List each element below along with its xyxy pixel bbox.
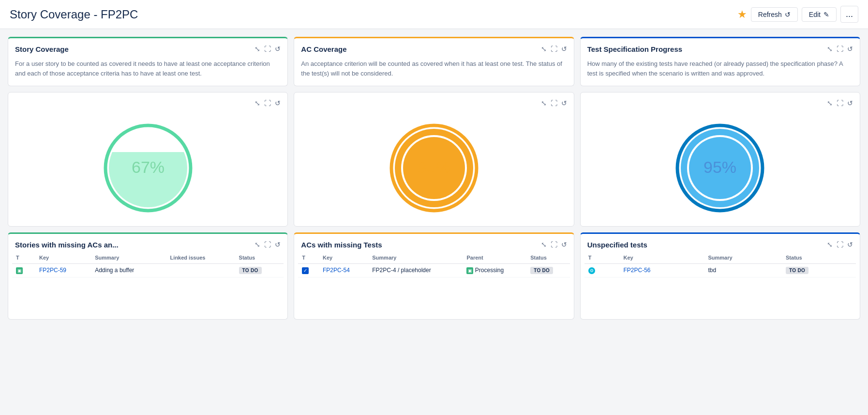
unspecified-tests-table: T Key Summary Status ⚙ FP2PC-56 — [584, 252, 856, 277]
widget-controls: ⤡ ⛶ ↺ — [541, 45, 567, 53]
refresh-label: Refresh — [758, 11, 782, 18]
shrink-icon[interactable]: ⤡ — [254, 45, 260, 53]
more-options-button[interactable]: ... — [840, 6, 858, 23]
refresh-button[interactable]: Refresh ↺ — [751, 7, 798, 22]
ac-coverage-info-card: AC Coverage ⤡ ⛶ ↺ An acceptance criterio… — [294, 37, 574, 86]
acs-missing-title: ACs with missing Tests — [301, 241, 382, 249]
header-actions: ★ Refresh ↺ Edit ✎ ... — [737, 6, 858, 23]
acs-missing-table: T Key Summary Parent Status ✓ FP2PC-54 — [298, 252, 569, 277]
cell-key: FP2PC-59 — [35, 264, 91, 277]
widget-header: ⤡ ⛶ ↺ — [8, 92, 287, 110]
status-badge: TO DO — [786, 267, 808, 274]
widget-header: AC Coverage ⤡ ⛶ ↺ — [294, 38, 573, 56]
shrink-icon[interactable]: ⤡ — [541, 45, 547, 53]
expand-icon[interactable]: ⛶ — [264, 45, 271, 53]
refresh-icon[interactable]: ↺ — [847, 99, 853, 107]
stories-missing-table: T Key Summary Linked issues Status ▣ FP2… — [12, 252, 284, 277]
expand-icon[interactable]: ⛶ — [264, 99, 271, 107]
refresh-icon[interactable]: ↺ — [561, 241, 567, 248]
parent-type-icon: ▣ — [466, 267, 473, 274]
edit-label: Edit — [809, 11, 821, 18]
cell-summary: Adding a buffer — [91, 264, 166, 277]
expand-icon[interactable]: ⛶ — [837, 241, 843, 248]
acs-missing-tests-card: ACs with missing Tests ⤡ ⛶ ↺ T Key Summa… — [294, 232, 574, 320]
ac-gauge-svg: 95% — [388, 122, 480, 214]
story-coverage-description: For a user story to be counted as covere… — [8, 56, 287, 86]
cell-type: ⚙ — [584, 264, 620, 277]
refresh-icon[interactable]: ↺ — [275, 99, 281, 107]
expand-icon[interactable]: ⛶ — [551, 45, 557, 53]
ac-coverage-gauge-card: ⤡ ⛶ ↺ 95% — [294, 92, 574, 227]
shrink-icon[interactable]: ⤡ — [827, 241, 833, 248]
story-type-icon: ▣ — [16, 267, 23, 274]
table-row: ✓ FP2PC-54 FP2PC-4 / placeholder ▣ Proce… — [298, 264, 569, 277]
cell-summary: tbd — [704, 264, 782, 277]
refresh-icon[interactable]: ↺ — [275, 241, 281, 248]
edit-pencil-icon: ✎ — [823, 11, 829, 18]
test-type-icon: ⚙ — [588, 267, 595, 274]
cell-status: TO DO — [782, 264, 856, 277]
edit-button[interactable]: Edit ✎ — [802, 7, 837, 22]
col-status: Status — [782, 252, 856, 264]
refresh-icon[interactable]: ↺ — [847, 45, 853, 53]
cell-key: FP2PC-56 — [620, 264, 704, 277]
col-type: T — [12, 252, 35, 264]
cell-type: ▣ — [12, 264, 35, 277]
issue-key-link[interactable]: FP2PC-59 — [39, 267, 66, 274]
widget-controls: ⤡ ⛶ ↺ — [254, 99, 281, 107]
ac-coverage-description: An acceptance criterion will be counted … — [294, 56, 573, 86]
expand-icon[interactable]: ⛶ — [837, 99, 843, 107]
widget-header: Stories with missing ACs an... ⤡ ⛶ ↺ — [8, 234, 287, 252]
story-gauge-svg: 67% — [102, 122, 194, 214]
issue-key-link[interactable]: FP2PC-54 — [323, 267, 350, 274]
test-spec-title: Test Specification Progress — [587, 45, 682, 53]
dashboard-grid: Story Coverage ⤡ ⛶ ↺ For a user story to… — [0, 29, 868, 327]
unspecified-tests-title: Unspecified tests — [587, 241, 647, 249]
shrink-icon[interactable]: ⤡ — [254, 99, 260, 107]
gauge-display: 95% — [581, 110, 860, 226]
expand-icon[interactable]: ⛶ — [551, 99, 557, 107]
cell-status: TO DO — [526, 264, 570, 277]
svg-text:95%: 95% — [703, 158, 736, 176]
widget-controls: ⤡ ⛶ ↺ — [827, 99, 853, 107]
widget-header: ⤡ ⛶ ↺ — [581, 92, 860, 110]
refresh-icon: ↺ — [785, 11, 791, 18]
shrink-icon[interactable]: ⤡ — [827, 99, 833, 107]
col-status: Status — [235, 252, 284, 264]
widget-header: Unspecified tests ⤡ ⛶ ↺ — [581, 234, 860, 252]
widget-controls: ⤡ ⛶ ↺ — [254, 241, 281, 248]
expand-icon[interactable]: ⛶ — [264, 241, 271, 248]
shrink-icon[interactable]: ⤡ — [254, 241, 260, 248]
widget-controls: ⤡ ⛶ ↺ — [541, 241, 567, 248]
cell-parent: ▣ Processing — [463, 264, 526, 277]
col-summary: Summary — [91, 252, 166, 264]
shrink-icon[interactable]: ⤡ — [541, 99, 547, 107]
refresh-icon[interactable]: ↺ — [275, 45, 281, 53]
shrink-icon[interactable]: ⤡ — [827, 45, 833, 53]
ac-type-icon: ✓ — [302, 267, 309, 274]
story-coverage-title: Story Coverage — [15, 45, 69, 53]
refresh-icon[interactable]: ↺ — [561, 99, 567, 107]
cell-linked — [166, 264, 235, 277]
expand-icon[interactable]: ⛶ — [551, 241, 557, 248]
cell-key: FP2PC-54 — [319, 264, 368, 277]
col-type: T — [584, 252, 620, 264]
status-badge: TO DO — [530, 267, 553, 274]
expand-icon[interactable]: ⛶ — [837, 45, 843, 53]
refresh-icon[interactable]: ↺ — [847, 241, 853, 248]
svg-text:67%: 67% — [132, 158, 165, 176]
widget-controls: ⤡ ⛶ ↺ — [541, 99, 567, 107]
test-spec-info-card: Test Specification Progress ⤡ ⛶ ↺ How ma… — [580, 37, 860, 86]
widget-controls: ⤡ ⛶ ↺ — [827, 45, 853, 53]
col-status: Status — [526, 252, 570, 264]
stories-missing-title: Stories with missing ACs an... — [15, 241, 119, 249]
refresh-icon[interactable]: ↺ — [561, 45, 567, 53]
test-spec-gauge-card: ⤡ ⛶ ↺ 95% — [580, 92, 860, 227]
issue-key-link[interactable]: FP2PC-56 — [624, 267, 651, 274]
widget-header: ACs with missing Tests ⤡ ⛶ ↺ — [294, 234, 573, 252]
col-type: T — [298, 252, 319, 264]
ac-coverage-title: AC Coverage — [301, 45, 346, 53]
shrink-icon[interactable]: ⤡ — [541, 241, 547, 248]
star-icon[interactable]: ★ — [737, 8, 747, 21]
stories-missing-acs-card: Stories with missing ACs an... ⤡ ⛶ ↺ T K… — [8, 232, 288, 320]
